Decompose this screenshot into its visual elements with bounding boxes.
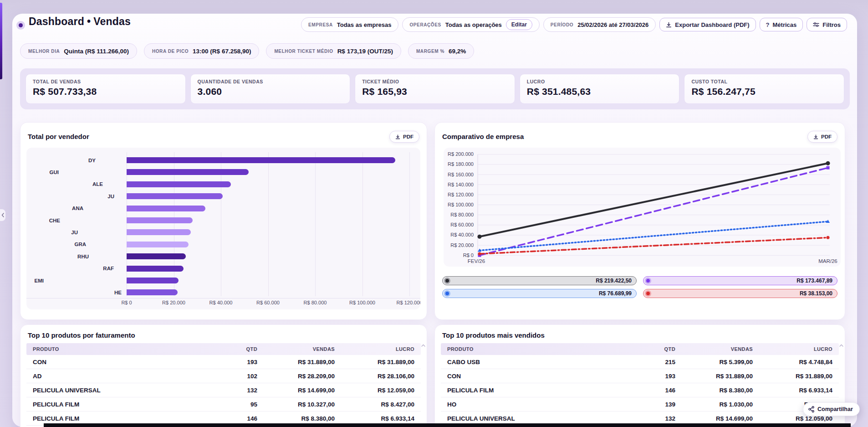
cell-produto: PELICULA FILM [26, 415, 225, 422]
highlight-chip-2: HORA DE PICO13:00 (R$ 67.258,90) [144, 43, 260, 59]
editar-operacoes-button[interactable]: Editar [506, 19, 532, 30]
bar-label-he: HE [114, 289, 122, 295]
column-header-lucro[interactable]: LUCRO [753, 346, 839, 352]
line-chart-y-tick: R$ 40.000 [450, 232, 474, 237]
table-row: CON193R$ 31.889,00R$ 31.889,00 [26, 355, 421, 369]
sidebar-expand-button[interactable] [0, 209, 6, 221]
column-header-produto[interactable]: PRODUTO [26, 346, 225, 352]
highlight-chip-value: 13:00 (R$ 67.258,90) [193, 48, 251, 55]
bar-label-gra: GRA [74, 242, 86, 247]
line-chart-x-tick: FEV/26 [468, 258, 485, 264]
kpi-label: QUANTIDADE DE VENDAS [198, 79, 343, 84]
vendor-chart-pdf-button[interactable]: PDF [389, 131, 419, 143]
cell-lucro: R$ 31.889,00 [335, 359, 421, 365]
page-title-main: Dashboard [29, 15, 84, 27]
column-header-qtd[interactable]: QTD [643, 346, 675, 352]
filter-empresa-label: EMPRESA [308, 22, 333, 27]
share-button[interactable]: Compartilhar [803, 402, 860, 416]
page-title-section: Vendas [93, 15, 131, 27]
table-row: CABO USB215R$ 5.399,00R$ 4.748,84 [441, 355, 839, 369]
bar-chart-gridline [315, 152, 316, 296]
filter-operacoes-value: Todas as operações [445, 21, 502, 28]
download-icon [395, 134, 400, 139]
legend-dot [646, 292, 650, 295]
bar-rhu [127, 253, 186, 259]
company-chart-card: Comparativo de empresa PDF R$ 0R$ 20.000… [434, 122, 845, 320]
filter-empresa-chip[interactable]: EMPRESA Todas as empresas [301, 17, 398, 32]
export-dashboard-pdf-button[interactable]: Exportar Dashboard (PDF) [659, 18, 756, 31]
legend-dot-ring [444, 278, 450, 284]
column-header-qtd[interactable]: QTD [225, 346, 257, 352]
bar-label-che: CHE [49, 217, 60, 223]
pdf-button-label: PDF [403, 134, 414, 139]
legend-chip-serie-azul[interactable]: R$ 76.689,99 [442, 289, 637, 298]
filter-operacoes-chip[interactable]: OPERAÇÕES Todas as operações Editar [402, 17, 539, 32]
cell-vendas: R$ 14.699,00 [675, 415, 753, 422]
vendor-chart-title: Total por vendedor [28, 133, 89, 140]
filtros-label: Filtros [822, 21, 841, 28]
scroll-up-icon[interactable] [839, 344, 843, 347]
table-row: CON193R$ 31.889,00R$ 31.889,00 [441, 369, 839, 383]
bar-label-ana: ANA [72, 206, 83, 211]
filter-operacoes-label: OPERAÇÕES [409, 22, 441, 27]
legend-chip-serie-vermelha[interactable]: R$ 38.153,00 [643, 289, 837, 298]
line-chart-y-tick: R$ 100.000 [448, 202, 474, 207]
cell-lucro: R$ 12.059,00 [335, 387, 421, 394]
scroll-up-icon[interactable] [421, 344, 425, 347]
legend-dot-ring [444, 290, 450, 297]
bar-chart-x-tick: R$ 0 [121, 300, 132, 305]
bar-ale [127, 181, 231, 187]
kpi-value: R$ 156.247,75 [691, 86, 837, 97]
highlight-chip-value: R$ 173,19 (OUT/25) [337, 48, 393, 55]
cell-qtd: 132 [643, 415, 675, 422]
column-header-produto[interactable]: PRODUTO [441, 346, 643, 352]
company-chart-title: Comparativo de empresa [442, 133, 524, 140]
legend-chip-serie-preta[interactable]: R$ 219.422,50 [442, 276, 637, 285]
cell-vendas: R$ 31.889,00 [257, 359, 335, 365]
line-series-serie-roxa [480, 168, 828, 255]
legend-value: R$ 38.153,00 [800, 290, 832, 297]
export-dashboard-pdf-label: Exportar Dashboard (PDF) [675, 21, 749, 28]
legend-dot [646, 279, 650, 283]
line-chart-y-tick: R$ 80.000 [450, 212, 474, 217]
column-header-vendas[interactable]: VENDAS [257, 346, 335, 352]
bar-he [127, 289, 178, 295]
company-chart-pdf-button[interactable]: PDF [807, 131, 837, 143]
kpi-label: CUSTO TOTAL [691, 79, 837, 84]
metricas-label: Métricas [773, 21, 797, 28]
bar-chart-gridline [363, 152, 363, 296]
dashboard-screen: Dashboard•Vendas EMPRESA Todas as empres… [0, 0, 868, 427]
cell-produto: PELICULA FILM [26, 401, 225, 408]
top-faturamento-card: Top 10 produtos por faturamento PRODUTOQ… [20, 324, 427, 427]
bottom-window-edge [44, 423, 851, 427]
bar-label-ale: ALE [92, 181, 103, 187]
highlight-chip-1: MELHOR DIAQuinta (R$ 111.266,00) [20, 43, 137, 59]
cell-qtd: 102 [225, 373, 257, 380]
kpi-label: LUCRO [527, 79, 673, 84]
top-vendidos-title: Top 10 produtos mais vendidos [442, 331, 545, 339]
metricas-button[interactable]: ? Métricas [760, 18, 803, 31]
highlight-chip-label: MELHOR TICKET MÉDIO [274, 49, 333, 54]
legend-chip-serie-roxa[interactable]: R$ 173.467,89 [643, 276, 837, 285]
filter-periodo-chip[interactable]: PERÍODO 25/02/2026 até 27/03/2026 [543, 17, 656, 32]
cell-lucro: R$ 28.106,00 [335, 373, 421, 380]
bar-label-rhu: RHU [77, 253, 89, 259]
highlight-chip-3: MELHOR TICKET MÉDIOR$ 173,19 (OUT/25) [266, 43, 401, 59]
company-line-chart: R$ 0R$ 20.000R$ 40.000R$ 60.000R$ 80.000… [444, 148, 841, 267]
cell-vendas: R$ 10.327,00 [257, 401, 335, 408]
column-header-vendas[interactable]: VENDAS [675, 346, 753, 352]
bar-che [127, 217, 193, 223]
table-row: PELICULA UNIVERSAL132R$ 14.699,00R$ 12.0… [26, 383, 421, 397]
bar-gui [127, 169, 249, 175]
kpi-card-4: LUCROR$ 351.485,63 [520, 74, 680, 104]
column-header-lucro[interactable]: LUCRO [335, 346, 421, 352]
cell-lucro: R$ 6.933,14 [753, 387, 839, 394]
cell-produto: CON [26, 359, 225, 365]
kpi-card-5: CUSTO TOTALR$ 156.247,75 [684, 74, 844, 104]
bar-chart-x-tick: R$ 100.000 [349, 300, 375, 305]
kpi-value: R$ 507.733,38 [33, 86, 179, 97]
cell-produto: AD [26, 373, 225, 380]
filtros-button[interactable]: Filtros [807, 18, 847, 31]
legend-dot [445, 292, 449, 295]
legend-value: R$ 219.422,50 [596, 278, 632, 284]
